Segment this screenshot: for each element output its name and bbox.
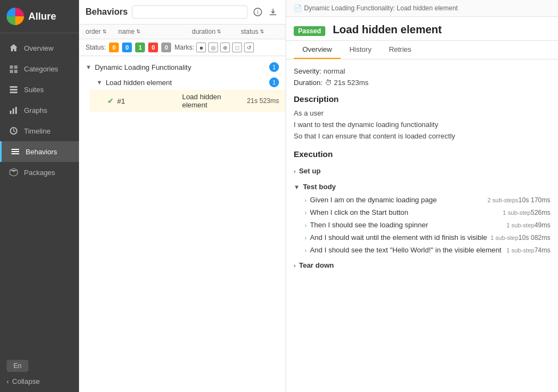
execution-section: › Set up ▼ Test body › Given I am on the… [294, 164, 550, 272]
sidebar-label-categories: Categories [24, 65, 58, 73]
step-item-1: › Given I am on the dynamic loading page… [294, 194, 550, 206]
breadcrumb-text: Dynamic Loading Functionality: Load hidd… [304, 4, 458, 12]
step-text-4: And I should wait until the element with… [310, 233, 488, 242]
desc-line-1: As a user [294, 108, 550, 119]
teardown-label: Tear down [299, 261, 334, 269]
behaviors-title: Behaviors [86, 7, 128, 17]
subgroup-label: Load hidden element [106, 79, 172, 87]
testbody-label: Test body [303, 183, 336, 191]
marks-section: Marks: ■ ◎ ⊕ □ ↺ [174, 43, 254, 52]
step-text-2: When I click on the Start button [310, 208, 501, 216]
step-time-2: 526ms [531, 209, 550, 216]
step-text-5: And I should see the text "Hello World!"… [310, 246, 505, 254]
svg-rect-7 [11, 149, 19, 150]
mark-icon-1[interactable]: ■ [196, 43, 206, 52]
detail-content: Severity: normal Duration: ⏱ 21s 523ms D… [286, 59, 558, 392]
svg-rect-1 [10, 89, 17, 91]
language-button[interactable]: En [7, 360, 28, 372]
group-row-dynamic-loading[interactable]: ▼ Dynamic Loading Functionality 1 [79, 59, 286, 75]
sidebar-item-suites[interactable]: Suites [0, 79, 79, 100]
step-arrow-3: › [305, 222, 307, 228]
step-time-1: 10s 170ms [518, 196, 550, 204]
status-badge-green[interactable]: 1 [135, 43, 145, 52]
chevron-left-icon: ‹ [7, 377, 9, 385]
mark-icon-3[interactable]: ⊕ [220, 43, 230, 52]
sidebar-item-behaviors[interactable]: Behaviors [0, 141, 79, 162]
tab-retries[interactable]: Retries [380, 41, 420, 59]
behaviors-filters: Status: 0 0 1 0 0 Marks: ■ ◎ ⊕ □ ↺ [79, 39, 286, 56]
step-item-3: › Then I should see the loading spinner … [294, 219, 550, 231]
status-badge-blue[interactable]: 0 [122, 43, 132, 52]
name-sort-icon: ⇅ [136, 29, 141, 34]
sidebar-label-behaviors: Behaviors [26, 148, 57, 156]
duration-label: duration [192, 28, 215, 35]
info-icon[interactable]: i [252, 6, 264, 18]
sidebar-label-packages: Packages [24, 168, 55, 177]
col-name-header[interactable]: name ⇅ [118, 28, 192, 35]
tab-history[interactable]: History [341, 41, 380, 59]
step-text-1: Given I am on the dynamic loading page [310, 196, 486, 204]
sidebar-item-timeline[interactable]: Timeline [0, 120, 79, 141]
svg-text:i: i [257, 9, 258, 15]
description-title: Description [294, 94, 550, 104]
sidebar-item-graphs[interactable]: Graphs [0, 100, 79, 120]
download-icon[interactable] [267, 6, 279, 18]
sidebar-bottom: En ‹ Collapse [0, 353, 79, 392]
setup-label: Set up [299, 167, 321, 175]
test-row[interactable]: ✔ #1 Load hidden element 21s 523ms [90, 90, 286, 112]
svg-rect-0 [10, 86, 17, 88]
packages-icon [9, 167, 19, 177]
behaviors-icon [10, 147, 20, 156]
step-item-4: › And I should wait until the element wi… [294, 231, 550, 244]
sidebar-item-overview[interactable]: Overview [0, 38, 79, 58]
col-duration-header[interactable]: duration ⇅ [192, 28, 241, 35]
svg-rect-4 [13, 108, 14, 114]
duration-label: Duration: [294, 79, 323, 87]
step-group-testbody: ▼ Test body › Given I am on the dynamic … [294, 180, 550, 256]
status-badge-gray[interactable]: 0 [161, 43, 171, 52]
test-duration-label: 21s 523ms [247, 97, 279, 105]
name-label: name [118, 28, 135, 35]
step-group-setup: › Set up [294, 164, 550, 178]
chevron-down-icon: ▼ [86, 64, 92, 70]
step-group-teardown-header[interactable]: › Tear down [294, 258, 550, 272]
step-time-3: 49ms [535, 221, 550, 229]
marks-label: Marks: [174, 44, 194, 51]
order-sort-icon: ⇅ [102, 29, 107, 34]
status-filter-label: Status: [86, 44, 106, 51]
step-group-testbody-header[interactable]: ▼ Test body [294, 180, 550, 194]
app-title: Allure [28, 11, 56, 22]
mark-icon-2[interactable]: ◎ [208, 43, 218, 52]
collapse-button[interactable]: ‹ Collapse [7, 377, 72, 385]
step-arrow-4: › [305, 234, 307, 241]
step-sub-4: 1 sub-step [490, 234, 518, 241]
group-label-dynamic: Dynamic Loading Functionality [95, 63, 191, 71]
step-group-setup-header[interactable]: › Set up [294, 164, 550, 178]
col-status-header[interactable]: status ⇅ [241, 28, 279, 35]
sidebar-item-packages[interactable]: Packages [0, 162, 79, 183]
status-label: status [241, 28, 258, 35]
status-badge-orange[interactable]: 0 [109, 43, 119, 52]
mark-icon-4[interactable]: □ [232, 43, 242, 52]
duration-row: Duration: ⏱ 21s 523ms [294, 79, 550, 87]
group-badge-dynamic: 1 [269, 62, 279, 72]
step-sub-2: 1 sub-step [503, 209, 531, 216]
chevron-right-icon-setup: › [294, 168, 296, 174]
tab-overview[interactable]: Overview [294, 41, 341, 59]
step-sub-1: 2 sub-steps [487, 197, 518, 203]
step-arrow-5: › [305, 247, 307, 254]
subgroup-row-load-hidden[interactable]: ▼ Load hidden element 1 [90, 75, 286, 90]
step-sub-5: 1 sub-step [506, 247, 534, 254]
status-badge-red[interactable]: 0 [148, 43, 158, 52]
sidebar-label-overview: Overview [24, 44, 53, 52]
behaviors-list: ▼ Dynamic Loading Functionality 1 ▼ Load… [79, 56, 286, 392]
mark-icon-5[interactable]: ↺ [244, 43, 254, 52]
chevron-right-icon-teardown: › [294, 262, 296, 269]
svg-rect-2 [10, 92, 17, 93]
col-order-header[interactable]: order ⇅ [86, 28, 118, 35]
status-sort-icon: ⇅ [260, 29, 264, 34]
behaviors-search-input[interactable] [132, 5, 247, 19]
test-name-label: Load hidden element [182, 93, 247, 109]
test-number-label: #1 [117, 97, 182, 105]
sidebar-item-categories[interactable]: Categories [0, 58, 79, 79]
